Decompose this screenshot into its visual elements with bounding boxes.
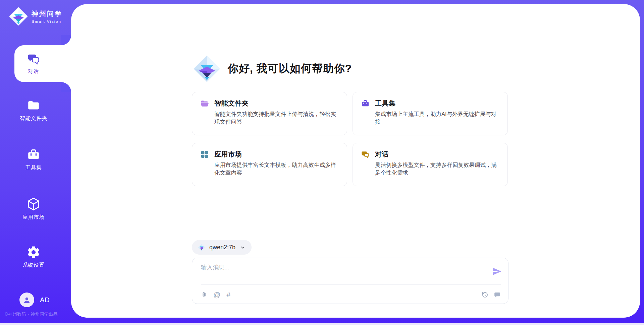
sidebar-item-label: 智能文件夹 [20,115,48,122]
avatar [19,292,34,307]
quick-reply-button[interactable] [494,291,501,298]
brand-text: 神州问学 Smart Vision [32,9,62,23]
history-icon [481,291,488,298]
topic-button[interactable]: # [226,291,230,298]
sidebar-item-toolset[interactable]: 工具集 [0,148,67,171]
card-smart-folder[interactable]: 智能文件夹 智能文件夹功能支持批量文件上传与清洗，轻松实现文件问答 [192,92,347,135]
at-sign-icon: @ [213,291,220,298]
sidebar-item-app-market[interactable]: 应用市场 [0,197,67,221]
toolbox-icon [361,99,370,108]
person-icon [22,296,31,304]
horizontal-scrollbar[interactable] [0,323,644,325]
chat-bubbles-icon [27,52,40,66]
composer-toolbar-right [481,291,501,298]
attach-button[interactable] [201,291,207,298]
brand-subtitle: Smart Vision [32,19,62,23]
brand: 神州问学 Smart Vision [9,7,62,26]
brand-name: 神州问学 [32,9,62,18]
feature-cards: 智能文件夹 智能文件夹功能支持批量文件上传与清洗，轻松实现文件问答 工具集 集成… [192,92,508,186]
composer-toolbar-left: @ # [201,291,230,298]
model-gem-icon [198,244,206,251]
active-tab-curve-top [61,35,71,45]
sidebar-item-settings[interactable]: 系统设置 [0,245,67,269]
model-selector[interactable]: qwen2:7b [192,240,252,255]
main-panel: 你好, 我可以如何帮助你? 智能文件夹 智能文件夹功能支持批量文件上传与清洗，轻… [71,4,640,318]
sidebar-footer-text: ©神州数码 · 神州问学出品 [5,311,58,317]
card-description: 应用市场提供丰富长文本模板，助力高效生成多样化文章内容 [214,161,339,177]
greeting-gem-icon [193,55,221,83]
model-name: qwen2:7b [209,244,235,251]
card-title: 智能文件夹 [214,99,249,108]
user-initials: AD [40,296,50,304]
card-title: 工具集 [375,99,396,108]
sidebar: 神州问学 Smart Vision 对话 智能文件夹 [0,0,71,325]
chat-bubble-icon [494,291,501,298]
card-title: 对话 [375,150,389,159]
gear-icon [26,245,41,259]
send-icon [492,266,502,276]
sidebar-item-smart-folder[interactable]: 智能文件夹 [0,99,67,122]
card-title: 应用市场 [214,150,242,159]
card-description: 智能文件夹功能支持批量文件上传与清洗，轻松实现文件问答 [214,110,339,126]
card-app-market[interactable]: 应用市场 应用市场提供丰富长文本模板，助力高效生成多样化文章内容 [192,143,347,186]
folder-icon [200,99,209,108]
greeting: 你好, 我可以如何帮助你? [193,55,352,83]
hash-icon: # [226,291,230,298]
card-description: 灵活切换多模型文件，支持多样回复效果调试，满足个性化需求 [375,161,499,177]
sidebar-item-label: 应用市场 [22,214,45,221]
message-input[interactable] [201,263,479,281]
toolbox-icon [26,148,41,162]
send-button[interactable] [491,266,503,277]
mention-button[interactable]: @ [213,291,220,298]
active-tab-curve-bottom [61,82,71,92]
brand-gem-icon [9,7,28,26]
history-button[interactable] [481,291,488,298]
paperclip-icon [201,291,207,298]
card-toolset[interactable]: 工具集 集成市场上主流工具，助力AI与外界无缝扩展与对接 [353,92,508,135]
card-chat[interactable]: 对话 灵活切换多模型文件，支持多样回复效果调试，满足个性化需求 [353,143,508,186]
chevron-down-icon [240,245,246,250]
app-grid-icon [200,150,209,159]
sidebar-item-label: 对话 [28,68,39,75]
composer: @ # [192,258,508,304]
greeting-title: 你好, 我可以如何帮助你? [228,61,352,76]
sidebar-item-label: 系统设置 [22,262,45,269]
user-profile[interactable]: AD [19,292,50,307]
cube-icon [26,197,41,211]
card-description: 集成市场上主流工具，助力AI与外界无缝扩展与对接 [375,110,499,126]
composer-divider [201,284,501,285]
sidebar-item-label: 工具集 [25,164,42,171]
chat-bubbles-icon [361,150,370,159]
sidebar-item-chat[interactable]: 对话 [14,45,71,82]
folder-icon [26,99,41,113]
